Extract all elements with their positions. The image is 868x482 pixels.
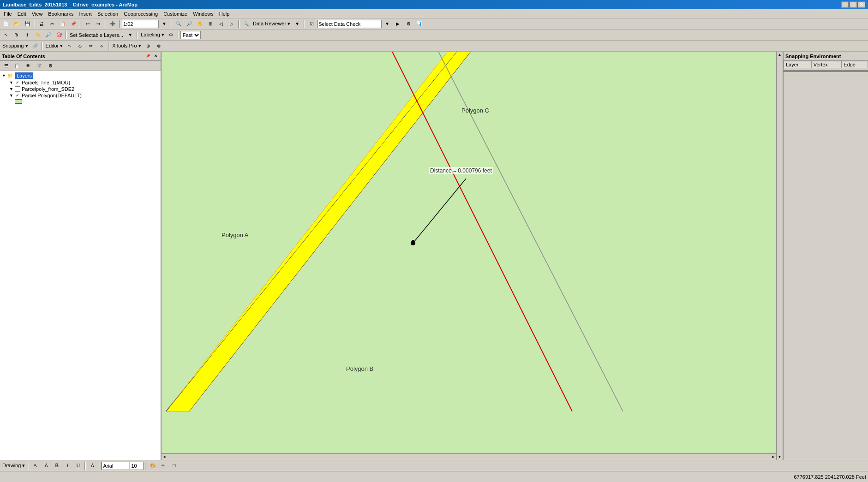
toc-root-layers[interactable]: ▼ 📁 Layers: [1, 72, 160, 79]
pan-button[interactable]: ✋: [195, 19, 205, 29]
sketch-tool-btn[interactable]: ✏: [86, 42, 96, 51]
reshape-btn[interactable]: ⟡: [96, 42, 107, 51]
text-tool-btn[interactable]: A: [41, 461, 51, 470]
scroll-down-arrow[interactable]: ▼: [778, 455, 782, 459]
expand-parcelpoly-sde[interactable]: ▼: [9, 87, 13, 91]
menu-file[interactable]: File: [1, 10, 15, 18]
set-selectable-dropdown[interactable]: ▼: [125, 30, 135, 40]
font-name-input[interactable]: Arial: [102, 462, 129, 470]
scale-dropdown[interactable]: ▼: [159, 19, 169, 29]
menu-bookmarks[interactable]: Bookmarks: [45, 10, 76, 18]
select-data-check-input[interactable]: Select Data Check: [317, 20, 382, 28]
fill-color-btn[interactable]: 🎨: [148, 461, 158, 470]
menu-customize[interactable]: Customize: [161, 10, 190, 18]
open-button[interactable]: 📂: [12, 19, 22, 29]
identify-btn[interactable]: ℹ: [22, 30, 32, 40]
select-elements-btn[interactable]: ↖: [1, 30, 11, 40]
font-size-input[interactable]: 10: [130, 462, 144, 470]
editor-label[interactable]: Editor ▾: [44, 43, 65, 49]
snapping-panel: Snapping Environment Layer Vertex Edge: [783, 52, 868, 460]
toc-layer-parcelpoly-sde[interactable]: ▼ Parcelpoly_from_SDE2: [8, 86, 160, 92]
pointer-tool-btn[interactable]: ↖: [30, 461, 41, 470]
bold-btn[interactable]: B: [52, 461, 62, 470]
edit-vertices-btn[interactable]: ◇: [75, 42, 85, 51]
xtools-btn2[interactable]: ⊗: [154, 42, 164, 51]
next-extent-button[interactable]: ▷: [227, 19, 237, 29]
menu-insert[interactable]: Insert: [76, 10, 95, 18]
toc-close-btn[interactable]: ✕: [152, 53, 159, 60]
find-btn[interactable]: 🔎: [43, 30, 54, 40]
new-button[interactable]: 📄: [1, 19, 11, 29]
toc-vis-view[interactable]: 👁: [23, 61, 33, 71]
checkbox-parcelpoly-sde[interactable]: [15, 86, 20, 92]
map-area[interactable]: Polygon C Polygon A Polygon B Distance =…: [162, 52, 783, 460]
maximize-button[interactable]: □: [850, 1, 857, 8]
menu-help[interactable]: Help: [216, 10, 233, 18]
labeling-options-btn[interactable]: ⚙: [166, 30, 176, 40]
cut-button[interactable]: ✂: [47, 19, 57, 29]
menu-edit[interactable]: Edit: [15, 10, 29, 18]
menu-selection[interactable]: Selection: [95, 10, 121, 18]
close-button[interactable]: ✕: [858, 1, 865, 8]
edit-tool-btn[interactable]: ↖: [65, 42, 75, 51]
checkbox-parcels-line[interactable]: [15, 80, 20, 85]
expand-layers[interactable]: ▼: [2, 73, 6, 78]
toc-pin-btn[interactable]: 📌: [145, 53, 151, 60]
shadow-btn[interactable]: □: [169, 461, 179, 470]
italic-btn[interactable]: I: [62, 461, 72, 470]
map-scrollbar-h[interactable]: ◄ ►: [162, 453, 776, 460]
select-data-check-dropdown[interactable]: ▼: [382, 19, 392, 29]
xtools-label[interactable]: XTools Pro ▾: [111, 43, 142, 49]
redo-button[interactable]: ↪: [93, 19, 103, 29]
menu-windows[interactable]: Windows: [190, 10, 216, 18]
zoom-out-button[interactable]: 🔎: [184, 19, 194, 29]
paste-button[interactable]: 📌: [68, 19, 78, 29]
add-data-button[interactable]: ➕: [108, 19, 118, 29]
minimize-button[interactable]: —: [841, 1, 849, 8]
toc-options-btn[interactable]: ⚙: [45, 61, 55, 71]
labeling-label[interactable]: Labeling ▾: [139, 32, 166, 38]
font-color-btn[interactable]: A: [87, 461, 97, 470]
scroll-up-arrow[interactable]: ▲: [778, 53, 782, 57]
scroll-left-arrow[interactable]: ◄: [162, 455, 166, 459]
full-extent-button[interactable]: ⊞: [205, 19, 216, 29]
scale-input[interactable]: [122, 20, 159, 28]
snapping-label[interactable]: Snapping ▾: [1, 43, 30, 49]
check-results-button[interactable]: 📊: [414, 19, 424, 29]
undo-button[interactable]: ↩: [83, 19, 93, 29]
checkbox-parcel-polygon[interactable]: [15, 93, 20, 98]
menu-view[interactable]: View: [29, 10, 46, 18]
data-reviewer-icon[interactable]: 🔍: [241, 19, 251, 29]
underline-btn[interactable]: U: [73, 461, 83, 470]
toc-layer-parcel-polygon[interactable]: ▼ Parcel Polygon(DEFAULT): [8, 92, 160, 99]
run-check-button[interactable]: ▶: [393, 19, 403, 29]
save-button[interactable]: 💾: [22, 19, 32, 29]
toc-list-view[interactable]: ☰: [1, 61, 11, 71]
toc-source-view[interactable]: 📋: [12, 61, 22, 71]
line-color-btn[interactable]: ✏: [158, 461, 168, 470]
drawing-label[interactable]: Drawing ▾: [1, 463, 26, 469]
scroll-right-arrow[interactable]: ►: [772, 455, 775, 459]
select-data-check-icon: ☑: [306, 19, 317, 29]
expand-parcels-line[interactable]: ▼: [9, 80, 13, 85]
menu-geoprocessing[interactable]: Geoprocessing: [121, 10, 161, 18]
zoom-in-button[interactable]: 🔍: [174, 19, 184, 29]
expand-parcel-polygon[interactable]: ▼: [9, 93, 13, 98]
map-scrollbar-v[interactable]: ▲ ▼: [776, 52, 783, 460]
select-features-btn[interactable]: 🖱: [12, 30, 22, 40]
toc-selection-view[interactable]: ☑: [34, 61, 44, 71]
prev-extent-button[interactable]: ◁: [216, 19, 226, 29]
map-svg: [162, 52, 783, 460]
speed-dropdown[interactable]: Fast: [180, 31, 201, 39]
set-selectable-layers-label[interactable]: Set Selectable Layers...: [68, 32, 125, 38]
toc-layer-parcels-line[interactable]: ▼ Parcels_line_1(MOU): [8, 79, 160, 86]
print-button[interactable]: 🖨: [36, 19, 47, 29]
data-reviewer-label[interactable]: Data Reviewer ▾: [251, 21, 292, 27]
measure-btn[interactable]: 📏: [33, 30, 43, 40]
check-options-button[interactable]: ⚙: [403, 19, 413, 29]
goto-xy-btn[interactable]: 🎯: [54, 30, 64, 40]
xtools-btn1[interactable]: ⊕: [143, 42, 153, 51]
copy-button[interactable]: 📋: [58, 19, 68, 29]
snapping-btn[interactable]: 🔗: [30, 42, 40, 51]
data-reviewer-dropdown[interactable]: ▼: [292, 19, 302, 29]
